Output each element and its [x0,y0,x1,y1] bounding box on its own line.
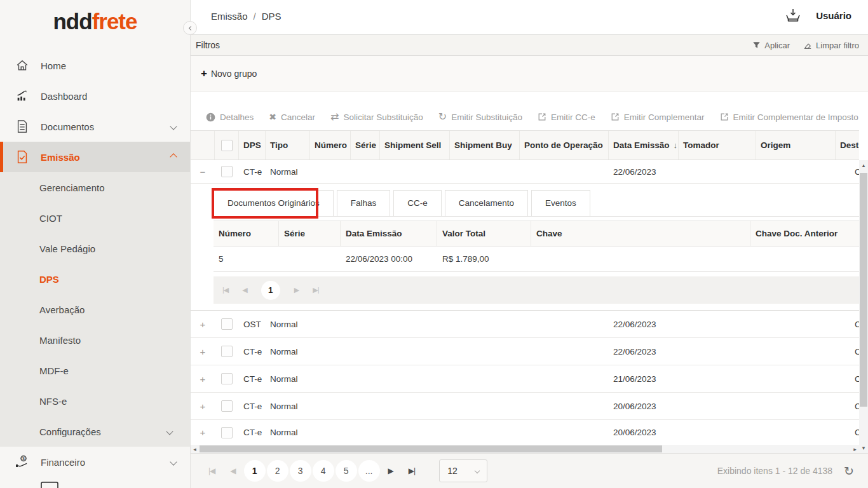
vertical-scrollbar[interactable]: ▴ ▾ [859,160,868,453]
apply-filter-button[interactable]: Aplicar [752,41,790,50]
row-checkbox[interactable] [221,318,233,330]
page-button-ellipsis[interactable]: ... [358,460,380,482]
row-checkbox[interactable] [221,346,233,357]
sidebar-item-vale-pedagio[interactable]: Vale Pedágio [0,233,190,264]
emit-complementary-button[interactable]: Emitir Complementar [611,112,705,122]
detail-header-valor-total[interactable]: Valor Total [437,221,531,246]
page-button-1[interactable]: 1 [244,460,266,482]
horizontal-scrollbar[interactable]: ◂ ▸ [191,445,859,453]
emit-cce-button[interactable]: Emitir CC-e [538,112,595,122]
table-row[interactable]: + CT-e Normal 20/06/2023 C [191,420,859,445]
request-substitution-button[interactable]: ⇄ Solicitar Substituição [330,112,423,122]
header-tipo[interactable]: Tipo [266,131,310,159]
sidebar-item-ciot[interactable]: CIOT [0,203,190,233]
first-page-icon[interactable]: |◀ [208,466,215,475]
detail-header-chave-anterior[interactable]: Chave Doc. Anterior [750,221,859,246]
sidebar-item-documentos[interactable]: Documentos [0,111,190,142]
vertical-scrollbar-thumb[interactable] [860,173,867,407]
detail-header-chave[interactable]: Chave [531,221,750,246]
tab-cce[interactable]: CC-e [393,190,442,217]
horizontal-scrollbar-thumb[interactable] [200,445,662,452]
header-numero[interactable]: Número [310,131,351,159]
sidebar-item-dps[interactable]: DPS [0,264,190,294]
detail-table-row[interactable]: 5 22/06/2023 00:00 R$ 1.789,00 [214,247,859,272]
detail-header-data-emissao[interactable]: Data Emissão [341,221,437,246]
expand-row-button[interactable]: + [191,374,215,384]
header-shipment-buy[interactable]: Shipment Buy [450,131,520,159]
header-select-all[interactable] [215,131,239,159]
table-row[interactable]: + CT-e Normal 22/06/2023 C [191,338,859,365]
scroll-down-icon[interactable]: ▾ [859,444,868,452]
detail-cell-valor-total: R$ 1.789,00 [437,254,531,264]
sidebar-item-dashboard[interactable]: Dashboard [0,81,190,111]
detail-header-serie[interactable]: Série [279,221,341,246]
expand-row-button[interactable]: + [191,346,215,357]
header-ponto-operacao[interactable]: Ponto de Operação [520,131,609,159]
sidebar-item-partial[interactable] [0,477,190,488]
sidebar-item-configuracoes[interactable]: Configurações [0,416,190,447]
detail-page-1[interactable]: 1 [261,281,280,300]
row-checkbox[interactable] [221,373,233,384]
new-group-button[interactable]: + Novo grupo [201,67,257,80]
header-destino[interactable]: Destino [836,131,859,159]
select-all-checkbox[interactable] [221,140,233,151]
tab-documentos-originarios[interactable]: Documentos Originários [214,190,334,217]
sidebar-item-nfs-e[interactable]: NFS-e [0,386,190,416]
scroll-up-icon[interactable]: ▴ [859,161,868,170]
last-page-icon[interactable]: ▶| [409,466,415,475]
sidebar-item-averbacao[interactable]: Averbação [0,294,190,325]
scroll-left-icon[interactable]: ◂ [191,445,199,453]
next-page-icon[interactable]: ▶ [294,286,299,294]
next-page-icon[interactable]: ▶ [388,466,393,475]
header-tomador[interactable]: Tomador [679,131,756,159]
header-shipment-sell[interactable]: Shipment Sell [380,131,450,159]
page-button-4[interactable]: 4 [313,460,334,482]
row-checkbox[interactable] [221,427,233,438]
detail-header-numero[interactable]: Número [214,221,279,246]
scroll-right-icon[interactable]: ▸ [851,445,859,453]
first-page-icon[interactable]: |◀ [222,286,228,294]
download-tray-icon[interactable] [784,7,802,24]
expand-row-button[interactable]: + [191,427,215,438]
details-button[interactable]: Detalhes [206,112,254,122]
sidebar-collapse-button[interactable] [183,21,197,35]
table-row[interactable]: − CT-e Normal 22/06/2023 C [191,160,859,184]
sidebar-item-emissao[interactable]: Emissão [0,142,190,172]
sidebar-item-manifesto[interactable]: Manifesto [0,325,190,355]
emit-complementary-tax-button[interactable]: Emitir Complementar de Imposto [720,112,858,122]
row-checkbox[interactable] [221,166,233,177]
refresh-icon[interactable]: ↻ [844,465,854,477]
collapse-row-button[interactable]: − [191,166,215,177]
user-menu[interactable]: Usuário [816,10,851,21]
page-button-3[interactable]: 3 [290,460,311,482]
header-data-emissao[interactable]: Data Emissão ↓ [609,131,679,159]
last-page-icon[interactable]: ▶| [313,286,318,294]
page-button-2[interactable]: 2 [267,460,288,482]
breadcrumb-dps[interactable]: DPS [262,11,281,22]
header-serie[interactable]: Série [351,131,380,159]
tab-cancelamento[interactable]: Cancelamento [445,190,528,217]
page-button-5[interactable]: 5 [336,460,357,482]
sidebar-item-home[interactable]: Home [0,50,190,81]
expand-row-button[interactable]: + [191,319,215,330]
prev-page-icon[interactable]: ◀ [242,286,247,294]
tab-falhas[interactable]: Falhas [337,190,391,217]
sidebar-item-gerenciamento[interactable]: Gerenciamento [0,172,190,203]
header-origem[interactable]: Origem [756,131,836,159]
cancel-button[interactable]: ✖ Cancelar [269,112,315,122]
page-size-select[interactable]: 12 [439,459,487,482]
clear-filter-button[interactable]: Limpar filtro [803,41,859,50]
table-row[interactable]: + CT-e Normal 21/06/2023 C [191,365,859,393]
expand-row-button[interactable]: + [191,401,215,412]
table-row[interactable]: + OST Normal 22/06/2023 C [191,311,859,338]
header-dps[interactable]: DPS [239,131,266,159]
row-checkbox[interactable] [221,400,233,412]
logo-frete: frete [92,9,137,34]
sidebar-item-financeiro[interactable]: $ Financeiro [0,447,190,477]
emit-substitution-button[interactable]: ↻ Emitir Substituição [438,112,522,122]
prev-page-icon[interactable]: ◀ [230,466,235,475]
sidebar-item-mdf-e[interactable]: MDF-e [0,355,190,386]
table-row[interactable]: + CT-e Normal 20/06/2023 C [191,393,859,420]
breadcrumb-emissao[interactable]: Emissão [211,11,248,22]
tab-eventos[interactable]: Eventos [531,190,590,217]
